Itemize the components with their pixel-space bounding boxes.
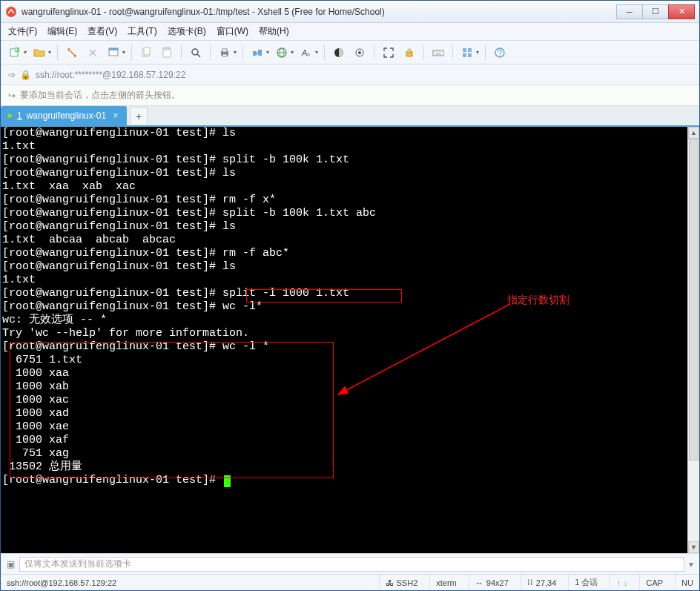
terminal-output-line: 751 xag	[2, 447, 376, 460]
svg-text:?: ?	[498, 49, 503, 57]
terminal-prompt-line: [root@wangruifenglinux-01 test]# split -…	[2, 287, 376, 300]
encoding-button[interactable]: ▾	[274, 44, 294, 61]
status-cursor-pos: ⁞⁞ 27,34	[521, 575, 557, 590]
terminal-output-line: 6751 1.txt	[2, 354, 376, 367]
status-protocol: 🖧 SSH2	[379, 575, 418, 590]
paste-button[interactable]	[159, 44, 175, 61]
status-capslock: CAP	[639, 575, 663, 590]
add-session-arrow-icon[interactable]: ➩	[8, 70, 16, 80]
terminal-cursor	[224, 475, 231, 487]
layout-button[interactable]: ▾	[459, 44, 479, 61]
new-tab-button[interactable]: +	[130, 107, 148, 125]
terminal-prompt-line: [root@wangruifenglinux-01 test]# split -…	[2, 207, 376, 220]
svg-rect-12	[222, 54, 227, 56]
svg-rect-25	[468, 48, 472, 52]
disconnect-button[interactable]	[85, 44, 101, 61]
maximize-button[interactable]: ☐	[642, 4, 669, 19]
terminal-prompt-line: [root@wangruifenglinux-01 test]# ls	[2, 220, 376, 234]
address-text[interactable]: ssh://root:********@192.168.57.129:22	[36, 70, 692, 80]
svg-rect-4	[109, 48, 118, 50]
vertical-scrollbar[interactable]: ▲ ▼	[687, 127, 699, 553]
toolbar: ▾ ▾ ▾ ▾ ▾ ▾ AA ▾ ▾ ?	[1, 41, 699, 65]
status-bar: ssh://root@192.168.57.129:22 🖧 SSH2 xter…	[1, 574, 699, 590]
tab-number: 1	[17, 110, 22, 121]
close-button[interactable]: ✕	[668, 4, 695, 19]
terminal-area[interactable]: [root@wangruifenglinux-01 test]# ls1.txt…	[1, 127, 699, 553]
menu-tools[interactable]: 工具(T)	[128, 25, 156, 38]
new-session-button[interactable]: ▾	[7, 44, 27, 61]
help-button[interactable]: ?	[492, 44, 508, 61]
terminal-output-line: 1000 xae	[2, 420, 376, 434]
svg-point-9	[192, 49, 198, 55]
menu-bar: 文件(F) 编辑(E) 查看(V) 工具(T) 选项卡(B) 窗口(W) 帮助(…	[1, 23, 699, 41]
terminal-output-line: 1000 xac	[2, 394, 376, 407]
status-network-icon: ↑↓	[610, 575, 627, 590]
terminal-output-line: 13502 总用量	[2, 460, 376, 474]
window-titlebar: wangruifenglinux-01 - root@wangruifengli…	[1, 1, 699, 23]
terminal-prompt-line: [root@wangruifenglinux-01 test]# split -…	[2, 153, 376, 167]
scroll-thumb[interactable]	[689, 139, 699, 460]
properties-button[interactable]: ▾	[105, 44, 125, 61]
ssh-icon: 🖧	[386, 578, 394, 587]
terminal-output-line: 1000 xaf	[2, 434, 376, 447]
terminal-output-line: 1.txt	[2, 140, 376, 153]
minimize-button[interactable]: ─	[616, 4, 643, 19]
find-button[interactable]	[188, 44, 204, 61]
copy-button[interactable]	[138, 44, 154, 61]
svg-rect-14	[258, 50, 262, 56]
fullscreen-button[interactable]	[380, 44, 397, 61]
xftp-button[interactable]: ▾	[249, 44, 269, 61]
terminal-output-line: 1000 xaa	[2, 367, 376, 380]
menu-edit[interactable]: 编辑(E)	[47, 25, 77, 38]
terminal-output-line: 1.txt abcaa abcab abcac	[2, 234, 376, 247]
hint-arrow-icon: ↪	[8, 90, 16, 101]
svg-rect-27	[468, 53, 472, 57]
status-size: ↔ 94x27	[469, 575, 509, 590]
svg-rect-22	[406, 52, 412, 56]
lock-button[interactable]	[401, 44, 417, 61]
color-scheme-button[interactable]	[331, 44, 347, 61]
menu-help[interactable]: 帮助(H)	[259, 25, 289, 38]
compose-input[interactable]: 仅将文本发送到当前选项卡	[19, 557, 684, 572]
terminal-output-line: 1.txt	[2, 274, 376, 287]
svg-rect-26	[463, 53, 466, 57]
menu-window[interactable]: 窗口(W)	[217, 25, 248, 38]
terminal-output[interactable]: [root@wangruifenglinux-01 test]# ls1.txt…	[2, 127, 376, 487]
print-button[interactable]: ▾	[217, 44, 237, 61]
scroll-down-button[interactable]: ▼	[688, 541, 699, 553]
terminal-output-line: 1000 xab	[2, 380, 376, 394]
svg-rect-13	[253, 51, 257, 56]
active-tab[interactable]: 1 wangruifenglinux-01 ×	[1, 106, 127, 125]
terminal-prompt-line: [root@wangruifenglinux-01 test]# rm -f a…	[2, 247, 376, 260]
status-termtype: xterm	[429, 575, 457, 590]
compose-bar: ▣ 仅将文本发送到当前选项卡 ▾	[1, 553, 699, 574]
menu-file[interactable]: 文件(F)	[8, 25, 37, 38]
svg-rect-24	[463, 48, 466, 52]
terminal-output-line: Try 'wc --help' for more information.	[2, 327, 376, 340]
menu-tab[interactable]: 选项卡(B)	[168, 25, 206, 38]
send-icon[interactable]: ▣	[7, 559, 15, 569]
app-icon	[5, 6, 17, 18]
connection-status-icon	[7, 113, 13, 119]
keyboard-button[interactable]	[430, 44, 446, 61]
compose-dropdown-icon[interactable]: ▾	[689, 559, 693, 569]
terminal-prompt-line: [root@wangruifenglinux-01 test]# ls	[2, 260, 376, 274]
terminal-prompt-line: [root@wangruifenglinux-01 test]#	[2, 474, 376, 487]
svg-point-21	[358, 51, 361, 54]
open-session-button[interactable]: ▾	[31, 44, 51, 61]
svg-text:A: A	[306, 51, 311, 58]
menu-view[interactable]: 查看(V)	[88, 25, 117, 38]
tab-label: wangruifenglinux-01	[27, 110, 106, 121]
compose-placeholder: 仅将文本发送到当前选项卡	[24, 558, 131, 570]
svg-rect-23	[433, 50, 443, 56]
reconnect-button[interactable]	[64, 44, 80, 61]
font-button[interactable]: AA ▾	[298, 44, 318, 61]
scroll-track[interactable]	[688, 139, 699, 541]
terminal-output-line: 1000 xad	[2, 407, 376, 420]
status-sessions: 1 会话	[568, 575, 598, 590]
terminal-prompt-line: [root@wangruifenglinux-01 test]# wc -l*	[2, 300, 376, 314]
tab-bar: 1 wangruifenglinux-01 × +	[1, 106, 699, 127]
tab-close-button[interactable]: ×	[110, 110, 121, 121]
scroll-up-button[interactable]: ▲	[688, 127, 699, 139]
highlight-button[interactable]	[351, 44, 368, 61]
